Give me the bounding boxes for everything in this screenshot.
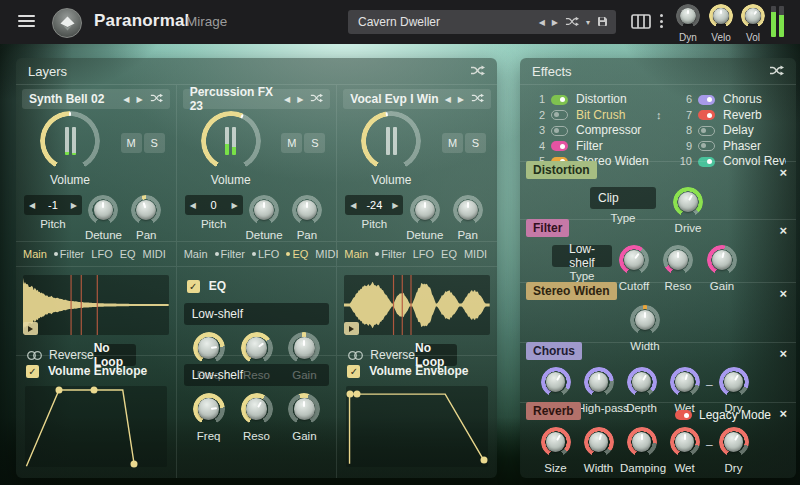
tab-midi[interactable]: MIDI — [464, 248, 487, 260]
high-pass-knob[interactable] — [584, 367, 614, 397]
chorus-badge[interactable]: Chorus — [526, 342, 582, 360]
close-icon[interactable]: × — [779, 406, 787, 421]
layers-shuffle-icon[interactable] — [470, 64, 485, 79]
close-icon[interactable]: × — [779, 223, 787, 238]
effect-slot-reverb[interactable]: Reverb — [723, 109, 786, 122]
effect-toggle-distortion[interactable] — [551, 95, 568, 105]
pan-knob[interactable] — [292, 195, 322, 225]
layer-2-header[interactable]: Percussion FX 23 ◀ ▶ — [183, 89, 331, 109]
prev-sample-icon[interactable]: ◀ — [123, 95, 129, 104]
detune-knob[interactable] — [249, 195, 279, 225]
pitch-stepper[interactable]: ◀ -1 ▶ — [24, 195, 82, 215]
effect-slot-bit-crush[interactable]: Bit Crush — [576, 109, 664, 122]
solo-button[interactable]: S — [465, 133, 486, 153]
tab-main[interactable]: Main — [184, 248, 208, 260]
tab-filter[interactable]: Filter — [54, 248, 84, 260]
drive-knob[interactable] — [673, 187, 703, 217]
random-sample-icon[interactable] — [150, 93, 163, 105]
filter-badge[interactable]: Filter — [526, 219, 569, 237]
tab-filter[interactable]: Filter — [375, 248, 405, 260]
drag-reorder-icon[interactable]: ↕ — [656, 109, 662, 122]
dry-knob[interactable] — [719, 367, 749, 397]
pitch-stepper[interactable]: ◀ 0 ▶ — [185, 195, 243, 215]
pitch-increment-icon[interactable]: ▶ — [392, 201, 398, 210]
eq-enable-checkbox[interactable] — [187, 280, 200, 293]
random-sample-icon[interactable] — [471, 93, 484, 105]
tab-eq[interactable]: EQ — [441, 248, 457, 260]
volume-envelope-checkbox[interactable] — [26, 365, 39, 378]
layer-1-header[interactable]: Synth Bell 02 ◀ ▶ — [22, 89, 170, 109]
layer-3-volume-knob[interactable] — [361, 111, 421, 171]
pitch-stepper[interactable]: ◀ -24 ▶ — [345, 195, 403, 215]
legacy-mode-toggle[interactable] — [675, 410, 692, 420]
effect-toggle-delay[interactable] — [698, 126, 715, 136]
vol-knob[interactable] — [741, 4, 765, 28]
preset-next-icon[interactable]: ▶ — [552, 18, 558, 27]
preset-dropdown-icon[interactable]: ▾ — [586, 18, 590, 27]
tab-midi[interactable]: MIDI — [315, 248, 338, 260]
dry-knob[interactable] — [719, 427, 749, 457]
envelope-editor[interactable] — [25, 386, 167, 467]
mute-button[interactable]: M — [121, 133, 142, 153]
random-sample-icon[interactable] — [310, 93, 323, 105]
preset-random-icon[interactable] — [565, 16, 579, 29]
damping-knob[interactable] — [627, 427, 657, 457]
tab-eq[interactable]: EQ — [120, 248, 136, 260]
effect-slot-distortion[interactable]: Distortion — [576, 93, 664, 106]
stereo-widen-badge[interactable]: Stereo Widen — [526, 282, 617, 300]
more-options-icon[interactable] — [660, 14, 663, 28]
menu-icon[interactable] — [18, 15, 35, 30]
prev-sample-icon[interactable]: ◀ — [284, 95, 290, 104]
distortion-type-dropdown[interactable]: Clip — [590, 187, 656, 209]
effect-toggle-reverb[interactable] — [698, 110, 715, 120]
depth-knob[interactable] — [627, 367, 657, 397]
effect-slot-chorus[interactable]: Chorus — [723, 93, 786, 106]
effect-slot-filter[interactable]: Filter — [576, 140, 664, 153]
solo-button[interactable]: S — [144, 133, 165, 153]
waveform-display[interactable] — [344, 275, 490, 335]
tab-filter[interactable]: Filter — [215, 248, 245, 260]
reso-knob[interactable] — [241, 393, 273, 425]
close-icon[interactable]: × — [779, 165, 787, 180]
close-icon[interactable]: × — [779, 346, 787, 361]
filter-type-dropdown[interactable]: Low-shelf — [552, 245, 612, 267]
width-knob[interactable] — [630, 305, 660, 335]
pitch-increment-icon[interactable]: ▶ — [232, 201, 238, 210]
tab-lfo[interactable]: LFO — [413, 248, 434, 260]
rate-knob[interactable] — [541, 367, 571, 397]
prev-sample-icon[interactable]: ◀ — [445, 95, 451, 104]
dyn-knob[interactable] — [676, 4, 700, 28]
tab-eq[interactable]: EQ — [286, 248, 308, 260]
pan-knob[interactable] — [131, 195, 161, 225]
gain-knob[interactable] — [288, 393, 320, 425]
distortion-badge[interactable]: Distortion — [526, 161, 597, 179]
preset-name[interactable]: Cavern Dweller — [348, 15, 539, 29]
mute-button[interactable]: M — [442, 133, 463, 153]
effects-shuffle-icon[interactable] — [769, 64, 784, 79]
mute-button[interactable]: M — [281, 133, 302, 153]
tab-main[interactable]: Main — [344, 248, 368, 260]
gain-knob[interactable] — [707, 245, 737, 275]
pitch-decrement-icon[interactable]: ◀ — [350, 201, 356, 210]
effect-toggle-phaser[interactable] — [698, 141, 715, 151]
effect-slot-compressor[interactable]: Compressor — [576, 124, 664, 137]
play-sample-button[interactable] — [344, 322, 359, 335]
wet-knob[interactable] — [670, 367, 700, 397]
pan-knob[interactable] — [453, 195, 483, 225]
reverb-badge[interactable]: Reverb — [526, 402, 581, 420]
velo-knob[interactable] — [709, 4, 733, 28]
volume-envelope-checkbox[interactable] — [347, 365, 360, 378]
envelope-editor[interactable] — [346, 386, 488, 467]
pitch-decrement-icon[interactable]: ◀ — [190, 201, 196, 210]
close-icon[interactable]: × — [779, 286, 787, 301]
detune-knob[interactable] — [88, 195, 118, 225]
width-knob[interactable] — [584, 427, 614, 457]
detune-knob[interactable] — [410, 195, 440, 225]
next-sample-icon[interactable]: ▶ — [297, 95, 303, 104]
wet-knob[interactable] — [670, 427, 700, 457]
tab-lfo[interactable]: LFO — [91, 248, 112, 260]
play-sample-button[interactable] — [23, 322, 38, 335]
solo-button[interactable]: S — [304, 133, 325, 153]
save-preset-icon[interactable] — [597, 16, 608, 29]
layer-2-volume-knob[interactable] — [201, 111, 261, 171]
